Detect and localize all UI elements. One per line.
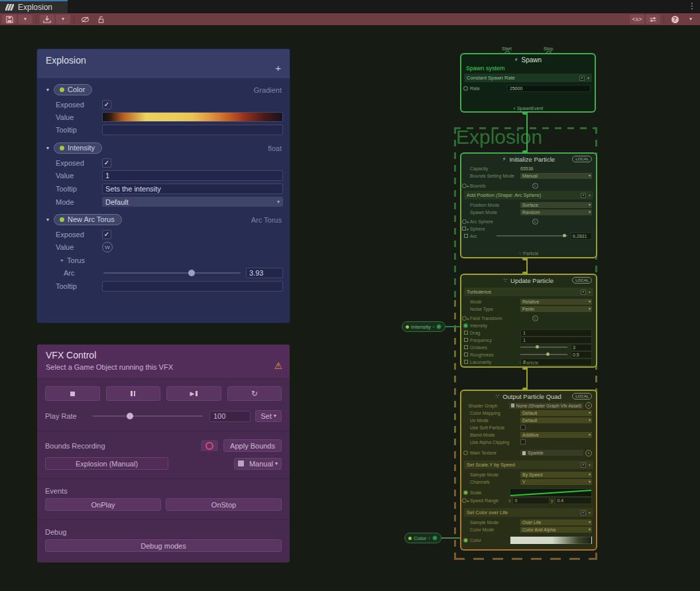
octaves-port[interactable] (464, 345, 468, 349)
param-node-intensity[interactable]: Intensity ‹ (402, 321, 445, 332)
control-panel-button[interactable] (646, 15, 660, 24)
save-dropdown-button[interactable]: ▾ (18, 15, 32, 24)
mode-dropdown[interactable]: Default▾ (102, 197, 283, 207)
save-button[interactable] (2, 15, 17, 24)
mode-dropdown[interactable]: Relative▾ (520, 299, 592, 305)
arc-slider[interactable] (103, 272, 241, 274)
arc-sphere-port[interactable] (462, 219, 467, 224)
restart-button[interactable]: ↻ (227, 386, 282, 401)
local-space-icon[interactable]: L (532, 315, 538, 321)
collapse-icon[interactable]: ‹ (428, 535, 430, 541)
output-particle-quad-node[interactable]: ∵ Output Particle Quad LOCAL Shader Grap… (460, 390, 597, 551)
arc-port[interactable] (464, 234, 468, 238)
color-mapping-dropdown[interactable]: Default▾ (520, 410, 592, 416)
gradient-field[interactable] (102, 112, 283, 122)
param-pill-color[interactable]: Color (54, 84, 92, 95)
help-button[interactable]: ? (668, 15, 682, 24)
rate-input[interactable]: 25000 (507, 85, 591, 92)
object-picker-icon[interactable] (585, 402, 592, 409)
rate-port[interactable] (463, 86, 468, 91)
slider-knob[interactable] (546, 352, 550, 356)
manual-dropdown[interactable]: Manual▾ (234, 458, 282, 470)
bounds-setting-mode-dropdown[interactable]: Manual▾ (520, 173, 592, 179)
help-dropdown-button[interactable]: ▾ (683, 15, 698, 24)
chevron-down-icon[interactable]: ▾ (46, 145, 49, 151)
init-output-port[interactable] (522, 257, 528, 260)
channels-dropdown[interactable]: Y▾ (520, 479, 592, 485)
value-input[interactable]: 1 (102, 170, 283, 181)
vfx-control-header[interactable]: VFX Control Select a Game Object running… (37, 345, 290, 378)
scale-port[interactable] (464, 491, 467, 494)
soft-particle-checkbox[interactable] (520, 425, 526, 430)
exposed-checkbox[interactable]: ✓ (102, 100, 111, 109)
noise-type-dropdown[interactable]: Perlin▾ (520, 306, 592, 312)
step-button[interactable]: ▶ (166, 386, 221, 401)
blend-mode-dropdown[interactable]: Additive▾ (520, 432, 592, 438)
octaves-slider[interactable] (520, 347, 567, 348)
save-as-dropdown-button[interactable]: ▾ (56, 15, 70, 24)
speed-range-x-input[interactable]: 0 (512, 497, 550, 504)
intensity-port-connected[interactable] (464, 324, 467, 327)
exposed-checkbox[interactable]: ✓ (102, 158, 111, 168)
field-transform-port[interactable] (462, 316, 467, 321)
alpha-clipping-checkbox[interactable] (520, 439, 526, 445)
play-rate-slider[interactable] (93, 415, 203, 417)
block-enabled-checkbox[interactable]: ✓ (581, 290, 586, 295)
update-output-port[interactable] (522, 366, 528, 370)
speed-range-y-input[interactable]: 0.4 (555, 497, 593, 504)
octaves-value[interactable]: 3 (571, 344, 592, 351)
set-button[interactable]: Set▾ (255, 410, 282, 422)
initialize-particle-node[interactable]: ⚡ Initialize Particle LOCAL Capacity 655… (460, 152, 597, 258)
roughness-value[interactable]: 0.5 (571, 351, 592, 358)
block-add-position[interactable]: Add Position (Shape: Arc Sphere) ✓▾ (464, 191, 593, 199)
block-set-color-over-life[interactable]: Set Color over Life ✓▾ (464, 508, 593, 517)
spawn-mode-dropdown[interactable]: Random▾ (520, 209, 592, 215)
color-port-connected[interactable] (464, 539, 467, 542)
attribute-inspector-button[interactable]: <x> (630, 15, 644, 24)
slider-knob[interactable] (188, 270, 195, 276)
param-output-port[interactable] (432, 535, 438, 541)
toggle-visibility-button[interactable] (78, 15, 92, 24)
uv-mode-dropdown[interactable]: Default▾ (520, 417, 592, 423)
record-bounds-button[interactable] (201, 440, 218, 451)
bounds-port[interactable] (462, 184, 467, 188)
param-pill-intensity[interactable]: Intensity (54, 142, 102, 154)
sample-mode-dropdown[interactable]: By Speed▾ (520, 472, 592, 478)
lock-button[interactable] (93, 15, 108, 24)
target-object-button[interactable]: Explosion (Manual) (45, 457, 168, 470)
w-badge-icon[interactable]: W (102, 242, 113, 252)
local-space-icon[interactable]: L (532, 219, 538, 225)
block-enabled-checkbox[interactable]: ✓ (581, 510, 586, 515)
block-enabled-checkbox[interactable]: ✓ (581, 193, 586, 198)
block-set-scale-by-speed[interactable]: Set Scale.Y by Speed ✓▾ (464, 460, 593, 469)
arc-value-input[interactable]: 3.93 (246, 268, 283, 278)
frequency-port[interactable] (464, 338, 468, 342)
pause-button[interactable] (106, 386, 161, 401)
slider-knob[interactable] (563, 234, 566, 237)
chevron-down-icon[interactable]: ▾ (46, 217, 49, 223)
tooltip-input[interactable]: Sets the intensity (102, 184, 283, 194)
main-texture-port[interactable] (463, 451, 468, 455)
param-output-port[interactable] (436, 324, 441, 329)
sample-mode-dropdown[interactable]: Over Life▾ (520, 519, 592, 525)
tab-explosion[interactable]: Explosion (0, 0, 68, 13)
graph-canvas[interactable]: Explosion Explosion + ▾ Color Gradient E… (0, 25, 700, 591)
arc-slider[interactable] (496, 235, 567, 237)
position-mode-dropdown[interactable]: Surface▾ (520, 202, 592, 208)
block-turbulence[interactable]: Turbulence ✓▾ (464, 288, 593, 296)
block-enabled-checkbox[interactable]: ✓ (579, 76, 585, 81)
block-enabled-checkbox[interactable]: ✓ (581, 462, 586, 468)
stop-button[interactable] (45, 386, 100, 401)
speed-range-port[interactable] (462, 498, 467, 503)
drag-input[interactable]: 1 (520, 329, 592, 337)
play-rate-input[interactable]: 100 (209, 411, 251, 422)
torus-foldout[interactable]: ▸ Torus (61, 256, 85, 264)
main-texture-field[interactable]: Sparkle (520, 450, 583, 456)
debug-modes-button[interactable]: Debug modes (45, 539, 282, 552)
param-pill-arc-torus[interactable]: New Arc Torus (54, 214, 122, 225)
onstop-button[interactable]: OnStop (166, 498, 282, 511)
sphere-port[interactable] (462, 227, 466, 231)
onplay-button[interactable]: OnPlay (45, 498, 161, 511)
exposed-checkbox[interactable]: ✓ (102, 230, 111, 239)
block-constant-spawn-rate[interactable]: Constant Spawn Rate ✓▾ (464, 74, 592, 82)
